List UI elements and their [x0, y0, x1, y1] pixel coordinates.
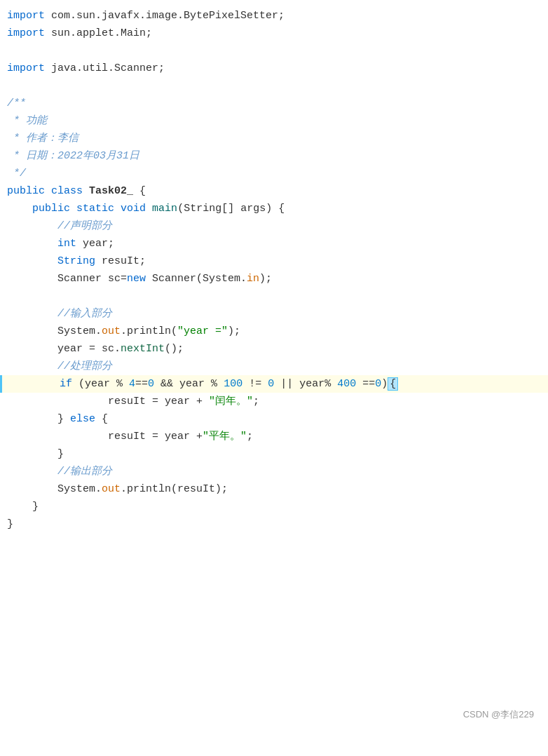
code-editor: import com.sun.javafx.image.BytePixelSet… — [0, 0, 548, 729]
code-line-1: import com.sun.javafx.image.BytePixelSet… — [0, 7, 548, 25]
code-line-6: /** — [0, 95, 548, 112]
code-text: resuIt = year + "闰年。"; — [7, 393, 259, 410]
code-text: import java.util.Scanner; — [7, 60, 165, 77]
code-line-27: //输出部分 — [0, 463, 548, 480]
code-line-15: String resuIt; — [0, 252, 548, 270]
code-text: //处理部分 — [7, 358, 112, 375]
code-text: public static void main(String[] args) { — [7, 201, 285, 217]
code-text: System.out.println("year ="); — [7, 323, 240, 340]
code-text: int year; — [7, 236, 114, 252]
code-line-12: public static void main(String[] args) { — [0, 200, 548, 217]
code-text: String resuIt; — [7, 253, 146, 270]
code-line-9: * 日期：2022年03月31日 — [0, 147, 548, 165]
code-line-18: //输入部分 — [0, 305, 548, 323]
code-line-11: public class Task02_ { — [0, 182, 548, 200]
code-text: System.out.println(resuIt); — [7, 481, 228, 498]
code-text: } — [7, 499, 39, 515]
code-line-23: resuIt = year + "闰年。"; — [0, 393, 548, 410]
code-line-22: if (year % 4==0 && year % 100 != 0 || ye… — [0, 375, 548, 393]
code-line-3 — [0, 42, 548, 60]
code-line-10: */ — [0, 165, 548, 182]
code-text: //声明部分 — [7, 218, 112, 235]
code-text: /** — [7, 95, 26, 112]
code-line-24: } else { — [0, 410, 548, 428]
code-text: * 作者：李信 — [7, 130, 78, 147]
code-line-21: //处理部分 — [0, 358, 548, 375]
code-line-30: } — [0, 515, 548, 533]
code-text: */ — [7, 166, 26, 182]
code-text: resuIt = year +"平年。"; — [7, 428, 253, 445]
code-text: * 功能 — [7, 113, 47, 130]
code-line-20: year = sc.nextInt(); — [0, 340, 548, 358]
code-line-5 — [0, 77, 548, 95]
code-line-26: } — [0, 445, 548, 463]
code-text: if (year % 4==0 && year % 100 != 0 || ye… — [9, 376, 398, 393]
code-text: import com.sun.javafx.image.BytePixelSet… — [7, 8, 285, 25]
code-text — [7, 43, 13, 60]
code-line-8: * 作者：李信 — [0, 130, 548, 147]
code-text: } — [7, 446, 64, 463]
code-line-25: resuIt = year +"平年。"; — [0, 428, 548, 445]
code-text: public class Task02_ { — [7, 183, 146, 200]
code-text: year = sc.nextInt(); — [7, 341, 184, 358]
code-line-28: System.out.println(resuIt); — [0, 480, 548, 498]
code-text: //输入部分 — [7, 306, 112, 323]
code-line-4: import java.util.Scanner; — [0, 60, 548, 77]
code-line-16: Scanner sc=new Scanner(System.in); — [0, 270, 548, 288]
code-line-13: //声明部分 — [0, 217, 548, 235]
code-line-14: int year; — [0, 235, 548, 252]
footer-text: CSDN @李信229 — [463, 708, 534, 722]
code-text — [7, 288, 13, 305]
code-text: Scanner sc=new Scanner(System.in); — [7, 271, 272, 288]
code-text: //输出部分 — [7, 464, 112, 480]
code-text — [7, 78, 13, 95]
code-line-7: * 功能 — [0, 112, 548, 130]
code-text: * 日期：2022年03月31日 — [7, 148, 139, 165]
code-text: } — [7, 516, 13, 533]
code-line-29: } — [0, 498, 548, 515]
code-line-2: import sun.applet.Main; — [0, 25, 548, 42]
code-line-19: System.out.println("year ="); — [0, 323, 548, 340]
code-line-17 — [0, 288, 548, 305]
code-text: import sun.applet.Main; — [7, 25, 152, 42]
code-text: } else { — [7, 411, 108, 428]
